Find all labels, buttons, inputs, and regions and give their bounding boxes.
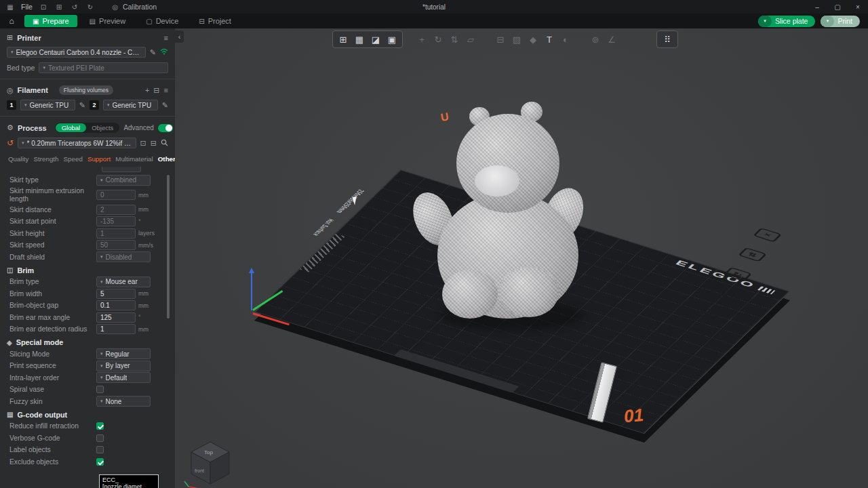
tab-preview[interactable]: ▤ Preview: [81, 15, 134, 27]
place-on-face-icon[interactable]: ▱: [462, 32, 479, 47]
redo-icon[interactable]: ↻: [85, 3, 95, 11]
arrange-plate-icon[interactable]: ⇅: [738, 247, 767, 262]
tab-project[interactable]: ⊟ Project: [191, 15, 239, 27]
assembly-icon[interactable]: ⊚: [587, 32, 604, 47]
delete-preset-icon[interactable]: ⊟: [151, 139, 157, 148]
tab-strength[interactable]: Strength: [34, 155, 59, 163]
rotate-icon[interactable]: ↻: [430, 32, 446, 47]
add-plate-icon[interactable]: ▦: [351, 32, 368, 47]
calibration-menu[interactable]: ◎ Calibration: [111, 3, 157, 11]
delete-plate-icon[interactable]: ×: [753, 228, 782, 242]
slice-plate-button[interactable]: ▾ Slice plate: [758, 16, 815, 27]
arrange-icon[interactable]: ⠿: [659, 32, 675, 47]
advanced-toggle[interactable]: [158, 124, 173, 132]
close-button[interactable]: ×: [848, 0, 868, 14]
partial-input[interactable]: [102, 167, 141, 172]
viewport-3d[interactable]: ‹ ⊞ ▦ ◪ ▣ + ↻ ⇅ ▱ ⊟ ▨ ◆ T ◐ ⊚ ∠ ⠿: [175, 28, 868, 488]
filament-settings-icon[interactable]: ≡: [164, 86, 168, 94]
chevron-down-icon: ▾: [100, 363, 103, 369]
maximize-button[interactable]: ▢: [827, 0, 848, 14]
scope-objects-button[interactable]: Objects: [86, 124, 119, 131]
edit-filament-2-icon[interactable]: ✎: [162, 101, 168, 110]
minimize-button[interactable]: –: [807, 0, 827, 14]
brim-object-gap-input[interactable]: 0.1: [96, 300, 136, 310]
add-primitive-icon[interactable]: ⊞: [335, 32, 351, 47]
tab-quality[interactable]: Quality: [8, 155, 29, 163]
draft-shield-select[interactable]: ▾ Disabled: [96, 251, 151, 262]
tab-others[interactable]: Others: [158, 155, 175, 163]
edit-printer-icon[interactable]: ✎: [150, 48, 156, 57]
print-button[interactable]: ▾ Print: [821, 16, 860, 27]
seam-paint-icon[interactable]: ◆: [525, 32, 541, 47]
brim-width-input[interactable]: 5: [96, 289, 136, 299]
tab-speed[interactable]: Speed: [64, 155, 83, 163]
process-preset-select[interactable]: ▾ * 0.20mm Triceratops 6W 12%if Gyroi...: [18, 138, 136, 148]
tab-support[interactable]: Support: [87, 155, 111, 163]
device-icon: ▢: [146, 18, 152, 25]
file-menu[interactable]: File: [21, 3, 33, 11]
filament-2-select[interactable]: ▾ Generic TPU: [103, 100, 158, 110]
tab-multimaterial[interactable]: Multimaterial: [115, 155, 153, 163]
cut-icon[interactable]: ⊟: [492, 32, 509, 47]
sidebar-scrollbar[interactable]: [167, 175, 170, 319]
auto-orient-icon[interactable]: ◪: [368, 32, 384, 47]
add-filament-icon[interactable]: +: [145, 86, 149, 94]
text-tool-icon[interactable]: T: [541, 32, 557, 47]
scale-icon[interactable]: ⇅: [446, 32, 462, 47]
print-sequence-select[interactable]: ▾ By layer: [96, 361, 151, 371]
printer-settings-icon[interactable]: ≡: [164, 34, 168, 42]
setting-row-reduce-infill-retraction: Reduce infill retraction: [0, 420, 175, 432]
brim-ear-detection-radius-input[interactable]: 1: [96, 324, 136, 334]
skirt-height-input[interactable]: 1: [96, 228, 136, 239]
save-preset-icon[interactable]: ⊡: [140, 139, 146, 148]
calibration-icon: ◎: [111, 3, 120, 11]
filament-1-select[interactable]: ▾ Generic TPU: [20, 100, 75, 110]
move-icon[interactable]: +: [414, 32, 430, 47]
skirt-min-extrusion-input[interactable]: 0: [96, 190, 136, 200]
navigation-cube[interactable]: Top front: [183, 435, 237, 488]
filament-slot-1[interactable]: 1: [7, 100, 16, 110]
tab-device[interactable]: ▢ Device: [138, 15, 186, 27]
save-icon[interactable]: ⊡: [39, 3, 48, 11]
exclude-objects-checkbox[interactable]: [96, 458, 104, 466]
label-objects-checkbox[interactable]: [96, 446, 104, 453]
intra-layer-order-select[interactable]: ▾ Default: [96, 372, 151, 383]
filament-slot-2[interactable]: 2: [90, 100, 99, 110]
slice-options-dropdown[interactable]: ▾: [758, 16, 772, 27]
edit-filament-1-icon[interactable]: ✎: [79, 101, 85, 110]
split-to-objects-icon[interactable]: ▣: [384, 32, 400, 47]
color-paint-icon[interactable]: ◐: [557, 32, 574, 47]
search-settings-icon[interactable]: [161, 139, 168, 148]
tab-prepare[interactable]: ▣ Prepare: [24, 15, 77, 27]
setting-label: Spiral vase: [9, 386, 96, 393]
bed-type-select[interactable]: ▾ Textured PEI Plate: [39, 62, 168, 73]
wifi-icon[interactable]: [160, 48, 168, 56]
flushing-volumes-button[interactable]: Flushing volumes: [59, 85, 113, 95]
skirt-distance-input[interactable]: 2: [96, 205, 136, 215]
measure-icon[interactable]: ∠: [604, 32, 620, 47]
skirt-start-point-input[interactable]: -135: [96, 216, 136, 226]
verbose-gcode-checkbox[interactable]: [96, 434, 104, 442]
brim-ear-max-angle-input[interactable]: 125: [96, 312, 136, 323]
viewport-toolbar: ⊞ ▦ ◪ ▣ + ↻ ⇅ ▱ ⊟ ▨ ◆ T ◐ ⊚ ∠ ⠿: [332, 30, 678, 48]
reduce-infill-retraction-checkbox[interactable]: [96, 422, 104, 430]
reset-preset-icon[interactable]: ↺: [7, 138, 14, 148]
sidebar-collapse-handle[interactable]: ‹: [175, 30, 184, 43]
model-knitted-bear[interactable]: [412, 96, 590, 320]
settings-list[interactable]: Skirt type ▾ Combined Skirt minimum extr…: [0, 167, 175, 482]
home-icon[interactable]: ⌂: [3, 15, 20, 27]
skirt-type-select[interactable]: ▾ Combined: [96, 175, 151, 186]
skirt-speed-input[interactable]: 50: [96, 240, 136, 250]
remove-filament-icon[interactable]: ⊟: [153, 86, 159, 95]
undo-icon[interactable]: ↺: [70, 3, 79, 11]
spiral-vase-checkbox[interactable]: [96, 386, 104, 393]
support-paint-icon[interactable]: ▨: [509, 32, 525, 47]
slicing-mode-select[interactable]: ▾ Regular: [96, 348, 151, 359]
print-options-dropdown[interactable]: ▾: [821, 16, 834, 27]
fuzzy-skin-select[interactable]: ▾ None: [96, 396, 151, 407]
prepare-icon: ▣: [33, 18, 39, 25]
brim-type-select[interactable]: ▾ Mouse ear: [96, 277, 151, 287]
scope-global-button[interactable]: Global: [56, 123, 86, 132]
open-icon[interactable]: ⊞: [54, 3, 64, 11]
printer-preset-select[interactable]: ▾ Elegoo Centauri Carbon 0.4 nozzle - Co…: [7, 47, 146, 58]
